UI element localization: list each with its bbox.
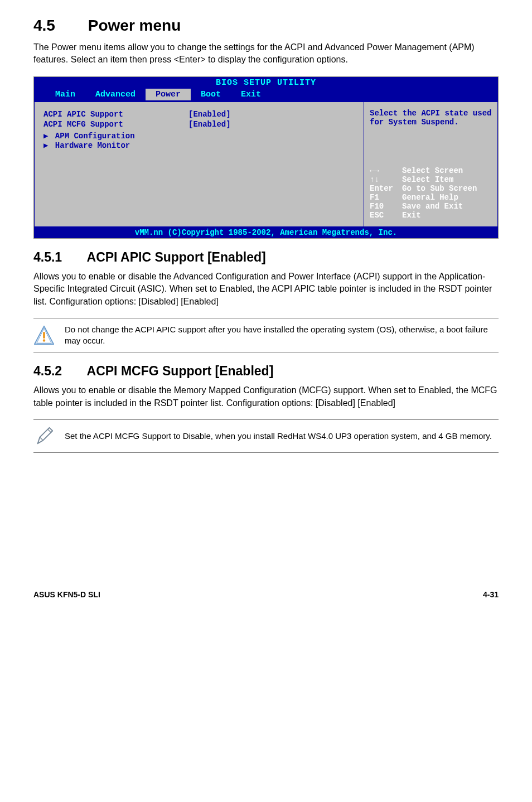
subsection-title: ACPI APIC Support [Enabled] [87, 250, 266, 264]
subsection-451-body: Allows you to enable or disable the Adva… [33, 270, 499, 308]
note-callout: Set the ACPI MCFG Support to Disable, wh… [33, 419, 499, 453]
subsection-451-heading: 4.5.1 ACPI APIC Support [Enabled] [33, 250, 499, 265]
warning-icon [33, 324, 65, 346]
submenu-apm[interactable]: ▶ APM Configuration [43, 131, 355, 141]
legend-row: F1 General Help [370, 193, 492, 202]
row-value: [Enabled] [188, 120, 231, 129]
bios-right-pane: Select the ACPI state used for System Su… [364, 102, 498, 227]
arrow-right-icon: ▶ [43, 132, 48, 141]
legend-value: Exit [402, 211, 421, 220]
bios-header: BIOS SETUP UTILITY Main Advanced Power B… [34, 77, 498, 102]
footer-product: ASUS KFN5-D SLI [33, 590, 100, 599]
subsection-452-body: Allows you to enable or disable the Memo… [33, 384, 499, 409]
tab-boot[interactable]: Boot [191, 89, 231, 100]
arrow-right-icon: ▶ [43, 141, 48, 150]
subsection-number: 4.5.2 [33, 364, 84, 379]
legend-key: Enter [370, 184, 402, 193]
legend-value: Select Item [402, 175, 453, 184]
heading-text: Power menu [88, 17, 181, 34]
svg-rect-2 [43, 332, 45, 339]
subsection-452-heading: 4.5.2 ACPI MCFG Support [Enabled] [33, 364, 499, 379]
svg-line-5 [48, 429, 51, 433]
legend-row: Enter Go to Sub Screen [370, 184, 492, 193]
legend-value: General Help [402, 193, 458, 202]
pencil-icon [33, 426, 65, 447]
bios-body: ACPI APIC Support [Enabled] ACPI MCFG Su… [34, 102, 498, 227]
tab-advanced[interactable]: Advanced [85, 89, 146, 100]
legend-value: Select Screen [402, 166, 463, 175]
legend-key: ↑↓ [370, 175, 402, 184]
page-title: 4.5 Power menu [33, 17, 499, 35]
svg-line-4 [40, 437, 43, 441]
warning-callout: Do not change the ACPI APIC support afte… [33, 318, 499, 353]
bios-left-pane: ACPI APIC Support [Enabled] ACPI MCFG Su… [34, 102, 364, 227]
legend-row: ↑↓ Select Item [370, 175, 492, 184]
bios-tabs: Main Advanced Power Boot Exit [34, 89, 498, 102]
tab-main[interactable]: Main [45, 89, 85, 100]
legend-row: F10 Save and Exit [370, 202, 492, 211]
legend-row: ESC Exit [370, 211, 492, 220]
heading-number: 4.5 [33, 17, 84, 35]
tab-power[interactable]: Power [146, 89, 191, 100]
page-footer: ASUS KFN5-D SLI 4-31 [33, 587, 499, 599]
subsection-title: ACPI MCFG Support [Enabled] [87, 364, 274, 378]
row-value: [Enabled] [188, 110, 231, 119]
row-label: ACPI APIC Support [43, 110, 188, 119]
legend-key: ←→ [370, 166, 402, 175]
bios-title: BIOS SETUP UTILITY [34, 77, 498, 89]
bios-row-acpi-mcfg[interactable]: ACPI MCFG Support [Enabled] [43, 120, 355, 129]
bios-setup-screenshot: BIOS SETUP UTILITY Main Advanced Power B… [33, 76, 499, 239]
subsection-number: 4.5.1 [33, 250, 84, 265]
intro-paragraph: The Power menu items allow you to change… [33, 41, 499, 66]
warning-text: Do not change the ACPI APIC support afte… [65, 324, 499, 347]
legend-value: Save and Exit [402, 202, 463, 211]
submenu-label: APM Configuration [55, 132, 135, 141]
submenu-label: Hardware Monitor [55, 141, 130, 150]
footer-page-number: 4-31 [483, 590, 499, 599]
bios-help-text: Select the ACPI state used for System Su… [370, 109, 492, 127]
svg-point-3 [43, 340, 45, 342]
submenu-hardware-monitor[interactable]: ▶ Hardware Monitor [43, 141, 355, 150]
bios-submenu-group: ▶ APM Configuration ▶ Hardware Monitor [43, 131, 355, 150]
tab-exit[interactable]: Exit [231, 89, 271, 100]
note-text: Set the ACPI MCFG Support to Disable, wh… [65, 431, 492, 442]
row-label: ACPI MCFG Support [43, 120, 188, 129]
legend-value: Go to Sub Screen [402, 184, 477, 193]
legend-key: ESC [370, 211, 402, 220]
legend-key: F10 [370, 202, 402, 211]
bios-legend: ←→ Select Screen ↑↓ Select Item Enter Go… [370, 166, 492, 220]
bios-row-acpi-apic[interactable]: ACPI APIC Support [Enabled] [43, 110, 355, 119]
legend-row: ←→ Select Screen [370, 166, 492, 175]
bios-footer: vMM.nn (C)Copyright 1985-2002, American … [34, 227, 498, 238]
legend-key: F1 [370, 193, 402, 202]
